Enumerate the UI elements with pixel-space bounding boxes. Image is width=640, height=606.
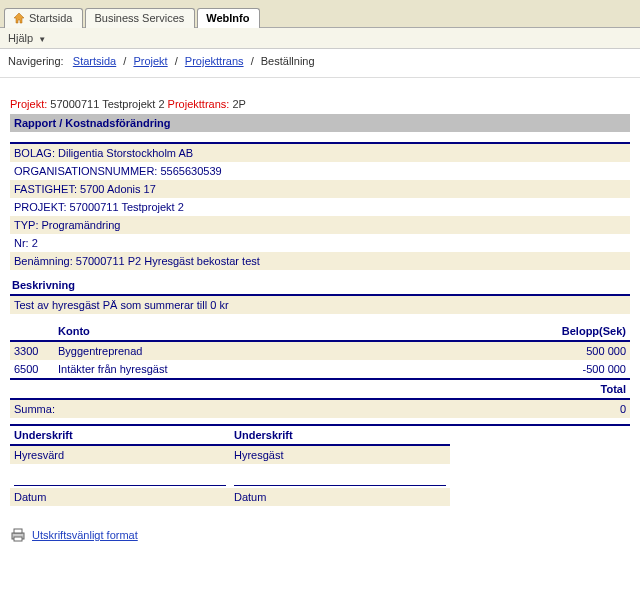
beskrivning-text: Test av hyresgäst PÄ som summerar till 0…: [10, 296, 630, 314]
signature-header: Underskrift: [230, 426, 450, 446]
total-row: Total: [10, 379, 630, 399]
signature-hyresvard: Hyresvärd: [10, 446, 230, 464]
table-row: 3300 Byggentreprenad 500 000: [10, 341, 630, 360]
tab-bar: Startsida Business Services WebInfo: [0, 0, 640, 28]
signature-line: [234, 468, 446, 486]
konto-name: Byggentreprenad: [54, 341, 411, 360]
breadcrumb-label: Navigering:: [8, 55, 64, 67]
printer-icon: [10, 528, 26, 542]
konto-kod: 6500: [10, 360, 54, 379]
chevron-down-icon: ▼: [38, 35, 46, 44]
menu-bar: Hjälp ▼: [0, 28, 640, 49]
col-konto: Konto: [54, 322, 411, 341]
summa-row: Summa: 0: [10, 399, 630, 418]
konto-belopp: -500 000: [411, 360, 630, 379]
signature-hyresgast: Hyresgäst: [230, 446, 450, 464]
tab-startsida[interactable]: Startsida: [4, 8, 83, 28]
signature-header: Underskrift: [10, 426, 230, 446]
breadcrumb-sep: /: [175, 55, 178, 67]
top-line: Projekt: 57000711 Testprojekt 2 Projektt…: [10, 98, 630, 110]
signature-datum: Datum: [10, 488, 230, 506]
beskrivning-header: Beskrivning: [10, 276, 630, 296]
tab-label: Business Services: [94, 12, 184, 24]
signature-col-left: Underskrift Hyresvärd Datum: [10, 426, 230, 506]
projekt-value: 57000711 Testprojekt 2: [50, 98, 164, 110]
konto-kod: 3300: [10, 341, 54, 360]
svg-rect-2: [14, 537, 22, 541]
table-row: 6500 Intäkter från hyresgäst -500 000: [10, 360, 630, 379]
breadcrumb-sep: /: [251, 55, 254, 67]
section-header: Rapport / Kostnadsförändring: [10, 114, 630, 132]
total-label: Total: [10, 379, 630, 399]
signature-col-right: Underskrift Hyresgäst Datum: [230, 426, 450, 506]
breadcrumb-link-startsida[interactable]: Startsida: [73, 55, 116, 67]
signature-line: [14, 468, 226, 486]
tab-label: WebInfo: [206, 12, 249, 24]
print-link-row: Utskriftsvänligt format: [10, 528, 630, 542]
home-icon: [13, 12, 25, 24]
svg-rect-1: [14, 529, 22, 533]
konto-name: Intäkter från hyresgäst: [54, 360, 411, 379]
konto-table: Konto Belopp(Sek) 3300 Byggentreprenad 5…: [10, 322, 630, 418]
info-benamning: Benämning: 57000711 P2 Hyresgäst bekosta…: [10, 252, 630, 270]
breadcrumb-sep: /: [123, 55, 126, 67]
info-projekt: PROJEKT: 57000711 Testprojekt 2: [10, 198, 630, 216]
tab-business-services[interactable]: Business Services: [85, 8, 195, 28]
signature-block: Underskrift Hyresvärd Datum Underskrift …: [10, 424, 630, 506]
info-typ: TYP: Programändring: [10, 216, 630, 234]
col-belopp: Belopp(Sek): [411, 322, 630, 341]
signature-datum: Datum: [230, 488, 450, 506]
breadcrumb-current: Beställning: [261, 55, 315, 67]
projekttrans-value: 2P: [232, 98, 245, 110]
projekt-label: Projekt:: [10, 98, 47, 110]
info-block: BOLAG: Diligentia Storstockholm AB ORGAN…: [10, 142, 630, 270]
content: Projekt: 57000711 Testprojekt 2 Projektt…: [0, 78, 640, 552]
help-menu[interactable]: Hjälp ▼: [8, 32, 46, 44]
konto-belopp: 500 000: [411, 341, 630, 360]
info-bolag: BOLAG: Diligentia Storstockholm AB: [10, 144, 630, 162]
info-fastighet: FASTIGHET: 5700 Adonis 17: [10, 180, 630, 198]
breadcrumb: Navigering: Startsida / Projekt / Projek…: [0, 49, 640, 78]
tab-webinfo[interactable]: WebInfo: [197, 8, 260, 28]
info-orgnr: ORGANISATIONSNUMMER: 5565630539: [10, 162, 630, 180]
tab-label: Startsida: [29, 12, 72, 24]
projekttrans-label: Projekttrans:: [168, 98, 230, 110]
print-friendly-link[interactable]: Utskriftsvänligt format: [32, 529, 138, 541]
breadcrumb-link-projekttrans[interactable]: Projekttrans: [185, 55, 244, 67]
breadcrumb-link-projekt[interactable]: Projekt: [133, 55, 167, 67]
summa-value: 0: [411, 399, 630, 418]
info-nr: Nr: 2: [10, 234, 630, 252]
summa-label: Summa:: [10, 399, 411, 418]
help-label: Hjälp: [8, 32, 33, 44]
